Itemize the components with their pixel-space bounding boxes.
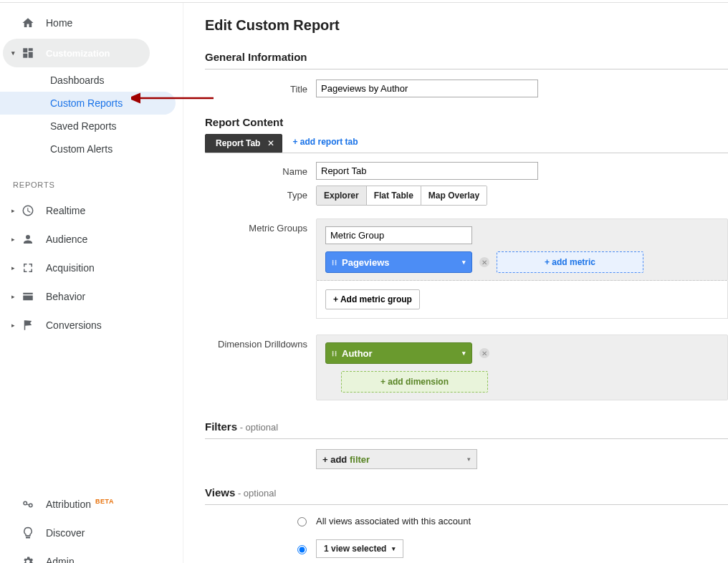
sidebar-sub-dashboards[interactable]: Dashboards: [0, 69, 183, 92]
views-selected-label: 1 view selected: [324, 544, 386, 554]
sidebar-item-discover[interactable]: ▸ Discover: [0, 519, 183, 547]
main-content: Edit Custom Report General Information T…: [183, 3, 728, 563]
chevron-down-icon: ▾: [11, 49, 19, 57]
drag-handle-icon: ⁞⁞: [332, 259, 337, 266]
name-label: Name: [205, 162, 316, 180]
sidebar-item-behavior[interactable]: ▸ Behavior: [0, 282, 183, 311]
add-report-tab-link[interactable]: + add report tab: [292, 137, 358, 150]
views-all-label: All views associated with this account: [316, 516, 471, 526]
metric-pill-pageviews[interactable]: ⁞⁞ Pageviews ▾: [325, 251, 472, 273]
sidebar: ▸ Home ▾ Customization Dashboards Custom…: [0, 3, 183, 563]
caret-down-icon: ▾: [392, 545, 396, 552]
add-metric-label: + add metric: [545, 257, 595, 267]
divider: [205, 438, 728, 439]
sidebar-label: Attribution: [46, 499, 91, 510]
bulb-icon: [20, 525, 36, 541]
sidebar-item-admin[interactable]: ▸ Admin: [0, 547, 183, 563]
metric-group-name-input[interactable]: [325, 226, 472, 244]
drag-handle-icon: ⁞⁞: [332, 350, 337, 357]
metric-pill-label: Pageviews: [342, 257, 390, 268]
section-content-heading: Report Content: [205, 116, 728, 130]
type-map-overlay-button[interactable]: Map Overlay: [421, 186, 487, 205]
customization-icon: [20, 45, 36, 61]
sidebar-item-home[interactable]: ▸ Home: [0, 9, 183, 37]
add-metric-group-button[interactable]: + Add metric group: [325, 289, 420, 309]
add-metric-group-box: + Add metric group: [316, 281, 728, 319]
filters-optional: - optional: [237, 422, 278, 433]
type-label: Type: [205, 186, 316, 206]
sidebar-label: Discover: [46, 527, 85, 539]
dimension-zone: ⁞⁞ Author ▾ ✕ + add dimension: [316, 335, 728, 400]
sidebar-item-audience[interactable]: ▸ Audience: [0, 225, 183, 254]
chevron-right-icon: ▸: [11, 264, 19, 271]
type-flat-table-button[interactable]: Flat Table: [367, 186, 421, 205]
page-title: Edit Custom Report: [205, 17, 728, 34]
sidebar-sub-label: Saved Reports: [50, 120, 117, 132]
add-metric-button[interactable]: + add metric: [497, 251, 643, 273]
views-selected-radio[interactable]: [297, 545, 307, 554]
filter-label-spacer: [205, 449, 316, 469]
chevron-right-icon: ▸: [11, 293, 19, 300]
section-views-heading: Views - optional: [205, 486, 728, 500]
sidebar-sub-custom-reports[interactable]: Custom Reports: [0, 92, 176, 115]
remove-dimension-icon[interactable]: ✕: [479, 348, 489, 358]
sidebar-label: Realtime: [46, 205, 85, 216]
sidebar-item-conversions[interactable]: ▸ Conversions: [0, 311, 183, 340]
person-icon: [20, 231, 36, 247]
sidebar-item-acquisition[interactable]: ▸ Acquisition: [0, 254, 183, 282]
acquisition-icon: [20, 260, 36, 276]
clock-icon: [20, 203, 36, 218]
sidebar-sub-custom-alerts[interactable]: Custom Alerts: [0, 138, 183, 160]
sidebar-sub-saved-reports[interactable]: Saved Reports: [0, 115, 183, 138]
section-filters-heading: Filters - optional: [205, 420, 728, 434]
chevron-right-icon: ▸: [11, 322, 19, 329]
sidebar-sub-label: Custom Alerts: [50, 143, 112, 155]
dimension-drilldowns-label: Dimension Drilldowns: [205, 335, 316, 400]
sidebar-item-attribution[interactable]: ▸ Attribution BETA: [0, 490, 183, 519]
add-filter-label: + add filter: [322, 454, 370, 465]
add-dimension-label: + add dimension: [380, 377, 449, 387]
metric-groups-label: Metric Groups: [205, 218, 316, 319]
sidebar-item-customization[interactable]: ▾ Customization: [3, 39, 150, 67]
caret-down-icon: ▾: [462, 259, 466, 266]
add-dimension-button[interactable]: + add dimension: [341, 371, 488, 393]
chevron-right-icon: ▸: [11, 207, 19, 214]
attribution-icon: [20, 496, 36, 512]
sidebar-sub-label: Dashboards: [50, 74, 105, 86]
tab-name-input[interactable]: [316, 162, 538, 180]
divider: [205, 504, 728, 505]
sidebar-item-realtime[interactable]: ▸ Realtime: [0, 196, 183, 225]
metric-groups-zone: ⁞⁞ Pageviews ▾ ✕ + add metric: [316, 218, 728, 281]
gear-icon: [20, 554, 36, 563]
views-all-radio[interactable]: [297, 517, 307, 526]
type-segmented-control: Explorer Flat Table Map Overlay: [316, 186, 487, 206]
sidebar-label: Acquisition: [46, 262, 95, 274]
sidebar-section-reports: REPORTS: [0, 160, 183, 196]
remove-metric-icon[interactable]: ✕: [479, 257, 489, 267]
behavior-icon: [20, 289, 36, 304]
sidebar-label: Customization: [46, 48, 110, 59]
sidebar-label: Audience: [46, 234, 87, 245]
title-label: Title: [205, 80, 316, 97]
sidebar-label: Behavior: [46, 291, 85, 302]
chevron-right-icon: ▸: [11, 236, 19, 243]
sidebar-label: Home: [46, 17, 72, 29]
type-explorer-button[interactable]: Explorer: [317, 186, 367, 205]
views-heading-text: Views: [205, 486, 235, 499]
beta-badge: BETA: [95, 498, 114, 505]
dimension-pill-label: Author: [342, 348, 373, 359]
views-optional: - optional: [235, 488, 276, 499]
filters-heading-text: Filters: [205, 420, 237, 433]
sidebar-label: Admin: [46, 556, 75, 563]
report-tab-active[interactable]: Report Tab ✕: [205, 134, 282, 153]
divider: [205, 69, 728, 69]
close-icon[interactable]: ✕: [267, 138, 274, 148]
views-selected-dropdown[interactable]: 1 view selected ▾: [316, 539, 403, 558]
flag-icon: [20, 317, 36, 333]
title-input[interactable]: [316, 80, 538, 97]
dimension-pill-author[interactable]: ⁞⁞ Author ▾: [325, 342, 472, 364]
sidebar-label: Conversions: [46, 319, 102, 331]
add-filter-dropdown[interactable]: + add filter ▾: [316, 449, 477, 469]
section-general-heading: General Information: [205, 51, 728, 64]
caret-down-icon: ▾: [462, 350, 466, 357]
